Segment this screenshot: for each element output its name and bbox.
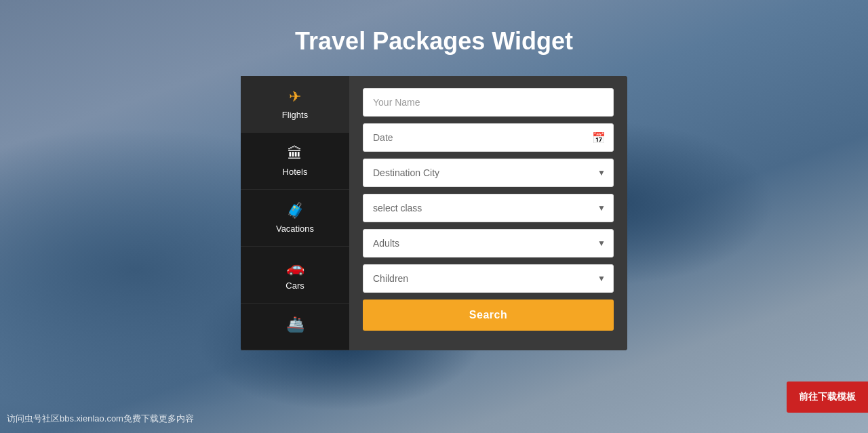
- hotels-icon: 🏛: [288, 145, 302, 163]
- sidebar-item-cruises[interactable]: 🚢: [241, 304, 349, 350]
- form-area: 📅 Destination City New York London Paris…: [349, 76, 627, 350]
- page-title: Travel Packages Widget: [0, 0, 868, 76]
- name-input[interactable]: [363, 88, 614, 117]
- adults-wrapper: Adults 1 2 3 4 5+ ▼: [363, 229, 614, 257]
- sidebar-item-flights[interactable]: ✈ Flights: [241, 76, 349, 133]
- watermark: 访问虫号社区bbs.xienlao.com免费下载更多内容: [7, 413, 194, 425]
- destination-wrapper: Destination City New York London Paris T…: [363, 159, 614, 187]
- vacations-label: Vacations: [276, 224, 314, 234]
- flights-label: Flights: [282, 110, 308, 120]
- cars-icon: 🚗: [286, 259, 304, 276]
- vacations-icon: 🧳: [286, 202, 304, 220]
- class-select[interactable]: select class Economy Business First Clas…: [363, 194, 614, 222]
- sidebar: ✈ Flights 🏛 Hotels 🧳 Vacations 🚗 Cars 🚢: [241, 76, 349, 350]
- sidebar-item-vacations[interactable]: 🧳 Vacations: [241, 190, 349, 247]
- search-button[interactable]: Search: [363, 300, 614, 331]
- cars-label: Cars: [285, 281, 304, 291]
- date-input[interactable]: [363, 123, 614, 152]
- travel-widget: ✈ Flights 🏛 Hotels 🧳 Vacations 🚗 Cars 🚢: [241, 76, 627, 350]
- date-wrapper: 📅: [363, 123, 614, 152]
- hotels-label: Hotels: [283, 167, 308, 177]
- download-button[interactable]: 前往下载模板: [787, 382, 868, 413]
- destination-select[interactable]: Destination City New York London Paris T…: [363, 159, 614, 187]
- cruises-icon: 🚢: [286, 316, 304, 333]
- class-wrapper: select class Economy Business First Clas…: [363, 194, 614, 222]
- flights-icon: ✈: [289, 88, 301, 106]
- sidebar-item-cars[interactable]: 🚗 Cars: [241, 247, 349, 304]
- sidebar-item-hotels[interactable]: 🏛 Hotels: [241, 133, 349, 190]
- adults-select[interactable]: Adults 1 2 3 4 5+: [363, 229, 614, 257]
- children-wrapper: Children 0 1 2 3 4+ ▼: [363, 264, 614, 293]
- children-select[interactable]: Children 0 1 2 3 4+: [363, 264, 614, 293]
